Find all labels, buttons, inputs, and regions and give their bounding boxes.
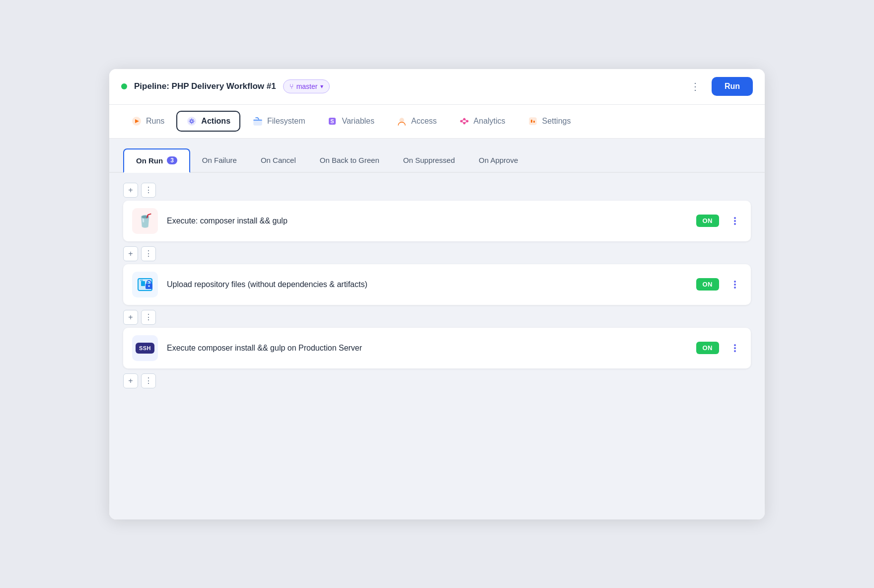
tab-analytics[interactable]: Analytics — [449, 111, 515, 132]
tab-settings[interactable]: Settings — [517, 111, 581, 132]
add-button-bottom[interactable]: + — [123, 373, 138, 388]
ssh-label: SSH — [136, 343, 154, 354]
svg-point-10 — [466, 120, 468, 122]
runs-icon — [131, 116, 142, 127]
action-icon-3: SSH — [132, 335, 158, 361]
action-menu-button-3[interactable] — [728, 340, 742, 357]
action-title-1: Execute: composer install && gulp — [167, 217, 687, 225]
action-card-2: Upload repository files (without depende… — [123, 264, 751, 305]
action-title-3: Execute composer install && gulp on Prod… — [167, 344, 687, 353]
branch-icon: ⑂ — [290, 82, 293, 90]
action-row-2: + ⋮ — [123, 241, 751, 264]
tab-runs[interactable]: Runs — [121, 111, 174, 132]
header-left: Pipeline: PHP Delivery Workflow #1 ⑂ mas… — [121, 79, 330, 93]
action-row-1: + ⋮ — [123, 178, 751, 201]
svg-point-2 — [187, 117, 196, 126]
settings-icon — [527, 116, 538, 127]
tab-actions[interactable]: Actions — [176, 111, 240, 132]
branch-label: master — [296, 82, 318, 90]
tab-access[interactable]: Access — [386, 111, 447, 132]
action-status-1[interactable]: ON — [696, 215, 720, 227]
action-row-3: + ⋮ — [123, 305, 751, 328]
actions-icon — [186, 116, 197, 127]
svg-line-14 — [465, 122, 466, 123]
add-button-3[interactable]: + — [123, 310, 138, 325]
variables-icon: S — [327, 116, 338, 127]
svg-rect-17 — [531, 120, 532, 123]
svg-point-7 — [400, 118, 404, 122]
more-button-3[interactable]: ⋮ — [141, 310, 156, 325]
svg-line-15 — [462, 122, 463, 123]
analytics-icon — [459, 116, 470, 127]
pipeline-status-dot — [121, 83, 127, 89]
svg-point-11 — [463, 122, 465, 124]
svg-rect-21 — [141, 281, 145, 286]
action-row-bottom: + ⋮ — [123, 368, 751, 391]
header-right: ⋮ Run — [687, 77, 753, 96]
action-card-3: SSH Execute composer install && gulp on … — [123, 328, 751, 368]
branch-selector[interactable]: ⑂ master ▾ — [283, 79, 330, 93]
sub-tab-on-back-to-green[interactable]: On Back to Green — [308, 149, 391, 171]
more-button-2[interactable]: ⋮ — [141, 246, 156, 261]
add-button-2[interactable]: + — [123, 246, 138, 261]
action-status-3[interactable]: ON — [696, 342, 720, 354]
action-icon-2 — [132, 272, 158, 297]
add-button-1[interactable]: + — [123, 183, 138, 198]
sub-tab-on-cancel[interactable]: On Cancel — [249, 149, 308, 171]
action-status-2[interactable]: ON — [696, 278, 720, 291]
action-card-1: 🥤 Execute: composer install && gulp ON — [123, 201, 751, 241]
upload-icon — [136, 276, 154, 294]
svg-point-8 — [460, 120, 462, 122]
action-icon-1: 🥤 — [132, 208, 158, 234]
svg-rect-18 — [533, 121, 535, 123]
svg-line-12 — [462, 120, 463, 121]
tab-filesystem[interactable]: Filesystem — [242, 111, 315, 132]
svg-line-13 — [465, 120, 466, 121]
action-menu-button-1[interactable] — [728, 213, 742, 229]
sub-tab-on-suppressed[interactable]: On Suppressed — [391, 149, 467, 171]
tab-variables[interactable]: S Variables — [317, 111, 384, 132]
header: Pipeline: PHP Delivery Workflow #1 ⑂ mas… — [109, 69, 765, 105]
access-icon — [396, 116, 407, 127]
more-button-1[interactable]: ⋮ — [141, 183, 156, 198]
branch-chevron-icon: ▾ — [320, 83, 323, 90]
main-window: Pipeline: PHP Delivery Workflow #1 ⑂ mas… — [109, 69, 765, 519]
run-button[interactable]: Run — [712, 77, 753, 96]
action-title-2: Upload repository files (without depende… — [167, 280, 687, 289]
sub-tab-on-approve[interactable]: On Approve — [467, 149, 530, 171]
svg-point-24 — [148, 285, 150, 287]
more-options-button[interactable]: ⋮ — [687, 77, 705, 95]
svg-rect-22 — [140, 280, 143, 281]
nav-tabs: Runs Actions Filesystem S Variabl — [109, 105, 765, 139]
sub-tab-on-run[interactable]: On Run 3 — [123, 148, 190, 173]
filesystem-icon — [252, 116, 263, 127]
sub-tab-on-failure[interactable]: On Failure — [190, 149, 249, 171]
on-run-badge: 3 — [167, 156, 177, 164]
more-button-bottom[interactable]: ⋮ — [141, 373, 156, 388]
pipeline-title: Pipeline: PHP Delivery Workflow #1 — [134, 81, 276, 91]
action-menu-button-2[interactable] — [728, 276, 742, 293]
content-area: + ⋮ 🥤 Execute: composer install && gulp … — [109, 172, 765, 519]
svg-rect-16 — [529, 118, 536, 125]
svg-point-9 — [463, 118, 465, 120]
svg-text:S: S — [331, 118, 334, 124]
sub-tabs: On Run 3 On Failure On Cancel On Back to… — [109, 139, 765, 172]
